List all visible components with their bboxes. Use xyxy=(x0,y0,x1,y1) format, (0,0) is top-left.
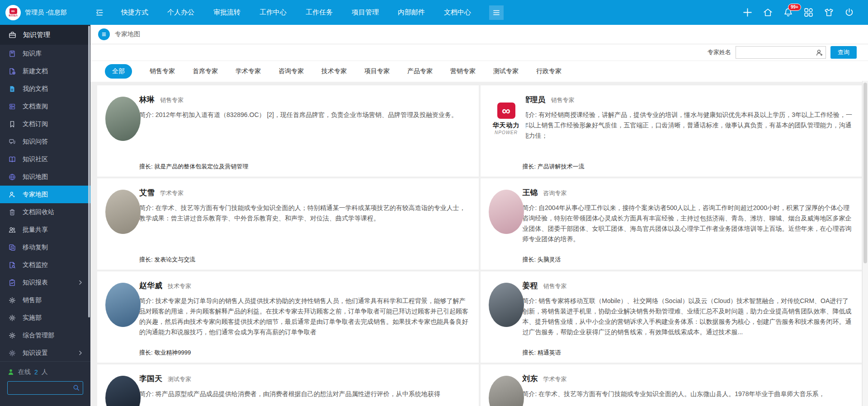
online-status: 在线 2 人 xyxy=(7,368,83,376)
tab-all[interactable]: 全部 xyxy=(105,64,132,79)
expert-name-label: 专家姓名 xyxy=(708,48,731,56)
apps-icon[interactable] xyxy=(803,7,814,18)
main-scrollbar-thumb[interactable] xyxy=(863,83,867,263)
tab-academic-expert[interactable]: 学术专家 xyxy=(236,67,261,75)
sidebar-menu: 知识库新建文档我的文档文档查阅文档订阅知识问答知识社区知识地图专家地图文档回收站… xyxy=(0,45,90,362)
plus-icon[interactable] xyxy=(742,7,753,18)
sidebar-item-knowledge-report[interactable]: 知识报表 xyxy=(0,274,90,291)
logo-name: 华天动力 xyxy=(493,121,520,130)
expert-name-row: 林琳销售专家 xyxy=(139,94,471,105)
tab-project-expert[interactable]: 项目专家 xyxy=(364,67,390,75)
sidebar-item-knowledge-settings[interactable]: 知识设置 xyxy=(0,344,90,362)
add-person-icon[interactable] xyxy=(816,49,823,56)
tab-testing-expert[interactable]: 测试专家 xyxy=(493,67,519,75)
chevron-right-icon xyxy=(77,280,84,285)
expert-skill: 擅长: 产品讲解技术一流 xyxy=(523,163,585,171)
search-icon[interactable] xyxy=(73,384,80,391)
expert-card[interactable]: 刘东学术专家简介: 在学术、技艺等方面有专门技能或专业知识全面的人。山东微山县人… xyxy=(481,364,862,406)
new-doc-icon xyxy=(9,68,16,75)
expert-intro: 简介: 在学术、技艺等方面有专门技能或专业知识全面的人。山东微山县人。1978年… xyxy=(523,389,854,399)
nav-item-personal-office[interactable]: 个人办公 xyxy=(167,8,194,17)
nav-item-approval-flow[interactable]: 审批流转 xyxy=(213,8,241,17)
avatar xyxy=(105,97,141,141)
tab-technical-expert[interactable]: 技术专家 xyxy=(321,67,347,75)
sidebar-item-expert-map[interactable]: 专家地图 xyxy=(0,186,90,203)
avatar-company-logo: ∞华天动力NPOWER xyxy=(487,93,526,144)
trash-icon xyxy=(9,209,16,216)
menu-button[interactable] xyxy=(489,5,504,20)
sidebar-item-knowledge-map[interactable]: 知识地图 xyxy=(0,168,90,186)
expert-card[interactable]: 赵华威技术专家简介: 技术专家是为订单导向的销售人员提供技术协助的支持性销售人员… xyxy=(97,271,479,363)
nav-item-project-management[interactable]: 项目管理 xyxy=(352,8,379,17)
sidebar-item-move-copy[interactable]: 移动复制 xyxy=(0,238,90,256)
sidebar-item-knowledge-qa[interactable]: 知识问答 xyxy=(0,133,90,150)
avatar xyxy=(105,190,141,234)
expert-type: 销售专家 xyxy=(551,97,575,103)
nav-item-internal-mail[interactable]: 内部邮件 xyxy=(398,8,425,17)
tab-chief-expert[interactable]: 首席专家 xyxy=(193,67,218,75)
home-icon[interactable] xyxy=(763,7,773,18)
sidebar-item-implementation-dept[interactable]: 实施部 xyxy=(0,309,90,327)
nav-item-shortcuts[interactable]: 快捷方式 xyxy=(121,8,148,17)
sidebar-search-input[interactable] xyxy=(8,382,83,394)
expert-name-row: 管理员销售专家 xyxy=(523,94,854,105)
tab-marketing-expert[interactable]: 营销专家 xyxy=(450,67,476,75)
main-content: 专家地图 专家姓名 查询 全部销售专家首席专家学术专家咨询专家技术专家项目专家产… xyxy=(90,25,868,406)
tab-product-expert[interactable]: 产品专家 xyxy=(407,67,433,75)
sidebar-scrollbar[interactable] xyxy=(88,26,90,317)
expert-intro: 简介: 有对经销商授课经验，讲解产品，提供专业的培训，懂水与健康知识优先本科及以… xyxy=(523,110,854,141)
expert-name-input[interactable] xyxy=(736,47,826,58)
nav-item-work-center[interactable]: 工作中心 xyxy=(259,8,287,17)
sidebar-bottom: 在线 2 人 xyxy=(0,361,90,406)
tab-consulting-expert[interactable]: 咨询专家 xyxy=(278,67,304,75)
nav-item-document-center[interactable]: 文档中心 xyxy=(444,8,471,17)
people-icon xyxy=(9,226,16,233)
gear-icon xyxy=(9,297,16,304)
expert-card[interactable]: 李国天测试专家简介: 将产品原型或产品成品提供给消费者，由消费者根据自己的想法对… xyxy=(97,364,479,406)
bell-icon[interactable]: 99+ xyxy=(783,7,793,18)
expert-skill: 擅长: 头脑灵活 xyxy=(523,256,561,264)
sidebar-item-label: 我的文档 xyxy=(23,85,48,93)
expert-intro: 简介: 在学术、技艺等方面有专门技能或专业知识全面的人；特别精通某一学科或某项技… xyxy=(139,203,471,224)
sidebar-item-new-document[interactable]: 新建文档 xyxy=(0,62,90,80)
nav-item-work-tasks[interactable]: 工作任务 xyxy=(306,8,333,17)
avatar xyxy=(105,283,141,327)
book-icon xyxy=(9,50,16,57)
expert-name: 李国天 xyxy=(139,374,162,383)
sidebar-item-knowledge-community[interactable]: 知识社区 xyxy=(0,150,90,168)
query-button[interactable]: 查询 xyxy=(830,46,857,59)
tshirt-icon[interactable] xyxy=(824,7,834,18)
sidebar-search xyxy=(7,381,83,395)
sidebar-header-knowledge-management[interactable]: 知识管理 xyxy=(0,25,90,45)
sidebar-item-document-review[interactable]: 文档查阅 xyxy=(0,98,90,115)
expert-name-row: 李国天测试专家 xyxy=(139,373,471,384)
sidebar-item-general-management-dept[interactable]: 综合管理部 xyxy=(0,327,90,344)
sidebar-item-document-subscribe[interactable]: 文档订阅 xyxy=(0,115,90,133)
logo-infinity-icon: ∞ xyxy=(9,8,17,14)
sidebar-item-sales-dept[interactable]: 销售部 xyxy=(0,291,90,309)
expert-card-body: 林琳销售专家简介: 2012年年初加入道有道（832896.OC） [2]，现任… xyxy=(139,85,479,120)
expert-card[interactable]: 林琳销售专家简介: 2012年年初加入道有道（832896.OC） [2]，现任… xyxy=(97,85,479,177)
main-scrollbar[interactable] xyxy=(862,81,868,406)
expert-card[interactable]: ∞华天动力NPOWER管理员销售专家简介: 有对经销商授课经验，讲解产品，提供专… xyxy=(481,85,862,177)
power-icon[interactable] xyxy=(844,7,854,18)
sidebar-item-document-recycle[interactable]: 文档回收站 xyxy=(0,203,90,221)
sidebar-item-batch-share[interactable]: 批量共享 xyxy=(0,221,90,238)
online-unit: 人 xyxy=(42,368,48,376)
monitor-icon xyxy=(9,261,16,269)
expert-search-bar: 专家姓名 查询 xyxy=(90,44,868,61)
expert-card[interactable]: 姜程销售专家简介: 销售专家将移动互联（Mobile）、社交网络（Social）… xyxy=(481,271,862,363)
sidebar-item-knowledge-base[interactable]: 知识库 xyxy=(0,45,90,62)
expert-card[interactable]: 王锦咨询专家简介: 自2004年从事心理工作以来，接待个案来访者500人以上，咨… xyxy=(481,178,862,270)
tab-administrative-expert[interactable]: 行政专家 xyxy=(536,67,561,75)
sidebar-item-label: 文档回收站 xyxy=(23,208,54,216)
expert-type: 学术专家 xyxy=(543,376,567,383)
tab-sales-expert[interactable]: 销售专家 xyxy=(150,67,175,75)
sidebar-item-document-monitor[interactable]: 文档监控 xyxy=(0,256,90,274)
sidebar-item-my-documents[interactable]: 我的文档 xyxy=(0,80,90,98)
collapse-menu-icon[interactable] xyxy=(95,8,105,18)
expert-card[interactable]: 艾雪学术专家简介: 在学术、技艺等方面有专门技能或专业知识全面的人；特别精通某一… xyxy=(97,178,479,270)
sidebar-item-label: 知识地图 xyxy=(23,173,48,181)
expert-card-body: 刘东学术专家简介: 在学术、技艺等方面有专门技能或专业知识全面的人。山东微山县人… xyxy=(523,364,862,399)
expert-name-row: 艾雪学术专家 xyxy=(139,187,471,198)
